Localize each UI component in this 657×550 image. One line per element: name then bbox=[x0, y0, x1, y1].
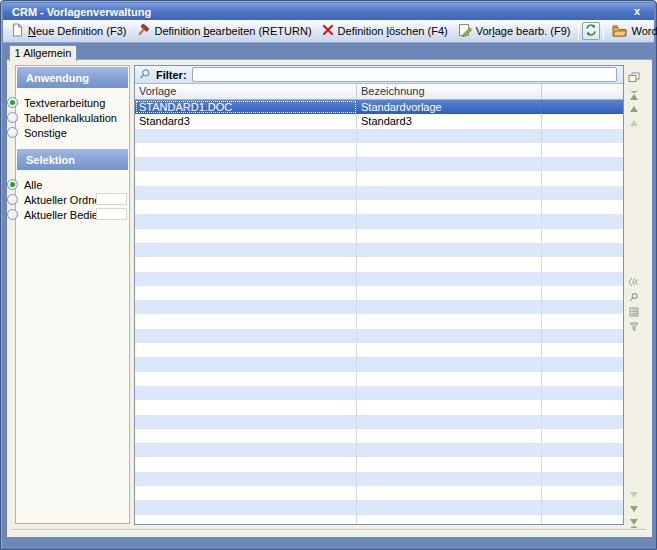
table-cell[interactable] bbox=[357, 229, 542, 243]
table-cell[interactable] bbox=[357, 286, 542, 300]
radio-option-tabellenkalkulation[interactable]: Tabellenkalkulation bbox=[7, 111, 117, 124]
column-header-empty[interactable] bbox=[542, 84, 623, 99]
table-cell[interactable] bbox=[542, 200, 623, 214]
table-row[interactable] bbox=[135, 200, 623, 214]
table-cell[interactable] bbox=[542, 243, 623, 257]
table-row[interactable] bbox=[135, 457, 623, 471]
table-cell[interactable] bbox=[357, 257, 542, 271]
table-cell[interactable] bbox=[542, 300, 623, 314]
table-cell[interactable] bbox=[542, 257, 623, 271]
table-cell[interactable] bbox=[135, 143, 357, 157]
table-cell[interactable] bbox=[357, 472, 542, 486]
table-cell[interactable] bbox=[135, 500, 357, 514]
table-cell[interactable] bbox=[357, 386, 542, 400]
close-button[interactable]: x bbox=[629, 5, 645, 19]
table-cell[interactable] bbox=[135, 515, 357, 525]
table-cell[interactable] bbox=[135, 357, 357, 371]
table-cell[interactable] bbox=[542, 415, 623, 429]
table-cell[interactable] bbox=[357, 300, 542, 314]
table-cell[interactable]: Standardvorlage bbox=[357, 100, 542, 114]
table-cell[interactable] bbox=[357, 400, 542, 414]
table-cell[interactable]: Standard3 bbox=[357, 114, 542, 128]
table-row[interactable]: Standard3Standard3 bbox=[135, 114, 623, 128]
table-cell[interactable] bbox=[542, 129, 623, 143]
table-row[interactable] bbox=[135, 357, 623, 371]
table-cell[interactable] bbox=[542, 143, 623, 157]
word-steuerformate-button[interactable]: Word-Steuerformate (F6) bbox=[607, 22, 657, 41]
scroll-first-icon[interactable] bbox=[627, 89, 641, 101]
table-cell[interactable] bbox=[357, 457, 542, 471]
table-cell[interactable] bbox=[135, 257, 357, 271]
table-cell[interactable] bbox=[135, 157, 357, 171]
table-cell[interactable] bbox=[357, 486, 542, 500]
radio-option-sonstige[interactable]: Sonstige bbox=[7, 126, 67, 139]
table-cell[interactable] bbox=[135, 343, 357, 357]
table-cell[interactable] bbox=[542, 486, 623, 500]
table-cell[interactable] bbox=[135, 129, 357, 143]
table-cell[interactable] bbox=[135, 486, 357, 500]
vorlage-bearbeiten-button[interactable]: Vorlage bearb. (F9) bbox=[453, 21, 576, 41]
table-cell[interactable] bbox=[135, 400, 357, 414]
scroll-down-icon[interactable] bbox=[627, 489, 641, 501]
table-cell[interactable] bbox=[357, 329, 542, 343]
table-row[interactable] bbox=[135, 500, 623, 514]
table-row[interactable] bbox=[135, 243, 623, 257]
table-cell[interactable] bbox=[357, 143, 542, 157]
column-header-bezeichnung[interactable]: Bezeichnung bbox=[357, 84, 542, 99]
table-row[interactable] bbox=[135, 400, 623, 414]
table-row[interactable] bbox=[135, 472, 623, 486]
table-row[interactable] bbox=[135, 272, 623, 286]
edit-definition-button[interactable]: Definition bearbeiten (RETURN) bbox=[131, 21, 316, 41]
table-row[interactable] bbox=[135, 486, 623, 500]
table-row[interactable] bbox=[135, 300, 623, 314]
table-cell[interactable] bbox=[357, 515, 542, 525]
table-row[interactable] bbox=[135, 386, 623, 400]
table-cell[interactable] bbox=[135, 386, 357, 400]
radio-option-aktueller-ordner[interactable]: Aktueller Ordner bbox=[7, 193, 104, 206]
table-row[interactable] bbox=[135, 257, 623, 271]
table-cell[interactable] bbox=[135, 186, 357, 200]
table-cell[interactable] bbox=[542, 429, 623, 443]
delete-definition-button[interactable]: Definition löschen (F4) bbox=[317, 22, 453, 40]
table-cell[interactable] bbox=[542, 186, 623, 200]
radio-option-textverarbeitung[interactable]: Textverarbeitung bbox=[7, 96, 105, 109]
table-cell[interactable] bbox=[357, 500, 542, 514]
table-cell[interactable] bbox=[135, 300, 357, 314]
table-cell[interactable] bbox=[357, 314, 542, 328]
table-row[interactable] bbox=[135, 515, 623, 525]
table-cell[interactable] bbox=[357, 443, 542, 457]
table-cell[interactable] bbox=[542, 515, 623, 525]
table-cell[interactable]: Standard3 bbox=[135, 114, 357, 128]
table-cell[interactable]: STANDARD1.DOC bbox=[135, 100, 357, 114]
table-cell[interactable] bbox=[542, 457, 623, 471]
table-row[interactable] bbox=[135, 343, 623, 357]
table-cell[interactable] bbox=[542, 314, 623, 328]
search-icon[interactable] bbox=[627, 291, 641, 303]
filter-input[interactable] bbox=[192, 67, 617, 82]
table-cell[interactable] bbox=[357, 200, 542, 214]
table-cell[interactable] bbox=[542, 386, 623, 400]
scroll-up-icon[interactable] bbox=[627, 103, 641, 115]
table-cell[interactable] bbox=[135, 429, 357, 443]
table-cell[interactable] bbox=[135, 372, 357, 386]
table-cell[interactable] bbox=[357, 343, 542, 357]
table-cell[interactable] bbox=[542, 357, 623, 371]
table-row[interactable] bbox=[135, 129, 623, 143]
table-row[interactable] bbox=[135, 171, 623, 185]
table-cell[interactable] bbox=[542, 372, 623, 386]
table-row[interactable] bbox=[135, 329, 623, 343]
table-cell[interactable] bbox=[135, 229, 357, 243]
table-cell[interactable] bbox=[135, 443, 357, 457]
table-cell[interactable] bbox=[357, 171, 542, 185]
tab-allgemein[interactable]: 1 Allgemein bbox=[9, 45, 77, 61]
table-cell[interactable] bbox=[135, 243, 357, 257]
table-cell[interactable] bbox=[357, 372, 542, 386]
table-cell[interactable] bbox=[135, 415, 357, 429]
table-cell[interactable] bbox=[357, 415, 542, 429]
table-row[interactable] bbox=[135, 229, 623, 243]
table-cell[interactable] bbox=[542, 214, 623, 228]
table-cell[interactable] bbox=[542, 286, 623, 300]
table-row[interactable] bbox=[135, 186, 623, 200]
table-cell[interactable] bbox=[542, 100, 623, 114]
table-row[interactable] bbox=[135, 286, 623, 300]
